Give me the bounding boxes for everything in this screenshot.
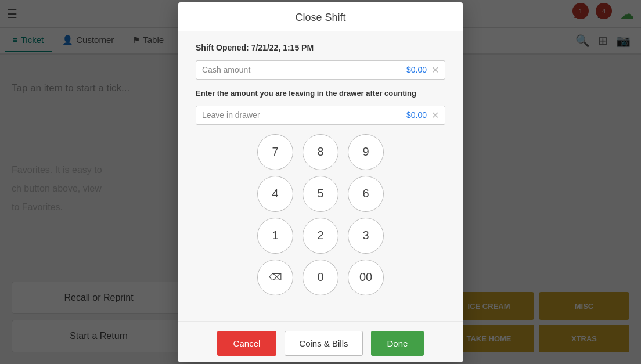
numpad: 7 8 9 4 5 6 1 2 3 ⌫ 0 00 <box>196 134 445 295</box>
numpad-btn-7[interactable]: 7 <box>257 134 293 170</box>
leave-in-drawer-value: $0.00 <box>406 110 427 120</box>
leave-in-drawer-clear-icon[interactable]: ✕ <box>431 110 439 121</box>
numpad-btn-backspace[interactable]: ⌫ <box>257 260 293 295</box>
numpad-row-1: 7 8 9 <box>257 134 384 170</box>
modal-title: Close Shift <box>295 12 345 23</box>
numpad-btn-00[interactable]: 00 <box>348 260 384 295</box>
modal-header: Close Shift <box>178 2 463 31</box>
numpad-btn-2[interactable]: 2 <box>303 218 338 254</box>
modal-overlay: Close Shift Shift Opened: 7/21/22, 1:15 … <box>0 0 641 364</box>
numpad-btn-3[interactable]: 3 <box>348 218 384 254</box>
numpad-row-4: ⌫ 0 00 <box>257 260 384 295</box>
leave-in-drawer-label: Leave in drawer <box>202 110 406 120</box>
numpad-row-3: 1 2 3 <box>257 218 384 254</box>
numpad-btn-0[interactable]: 0 <box>303 260 338 295</box>
done-button[interactable]: Done <box>371 331 424 356</box>
cash-amount-label: Cash amount <box>202 65 406 74</box>
cash-amount-clear-icon[interactable]: ✕ <box>431 64 439 75</box>
numpad-btn-9[interactable]: 9 <box>348 134 384 170</box>
cancel-button[interactable]: Cancel <box>217 331 277 356</box>
numpad-btn-1[interactable]: 1 <box>257 218 293 254</box>
numpad-row-2: 4 5 6 <box>257 176 384 212</box>
drawer-hint-text: Enter the amount you are leaving in the … <box>196 89 445 98</box>
cash-amount-field[interactable]: Cash amount $0.00 ✕ <box>196 60 445 80</box>
numpad-btn-8[interactable]: 8 <box>303 134 338 170</box>
cash-amount-value: $0.00 <box>406 65 427 74</box>
numpad-btn-4[interactable]: 4 <box>257 176 293 212</box>
close-shift-modal: Close Shift Shift Opened: 7/21/22, 1:15 … <box>178 2 463 362</box>
modal-footer: Cancel Coins & Bills Done <box>178 321 463 362</box>
numpad-btn-6[interactable]: 6 <box>348 176 384 212</box>
modal-body: Shift Opened: 7/21/22, 1:15 PM Cash amou… <box>178 31 463 321</box>
numpad-btn-5[interactable]: 5 <box>303 176 338 212</box>
shift-opened-info: Shift Opened: 7/21/22, 1:15 PM <box>196 43 445 52</box>
leave-in-drawer-field[interactable]: Leave in drawer $0.00 ✕ <box>196 106 445 125</box>
coins-bills-button[interactable]: Coins & Bills <box>285 331 362 356</box>
